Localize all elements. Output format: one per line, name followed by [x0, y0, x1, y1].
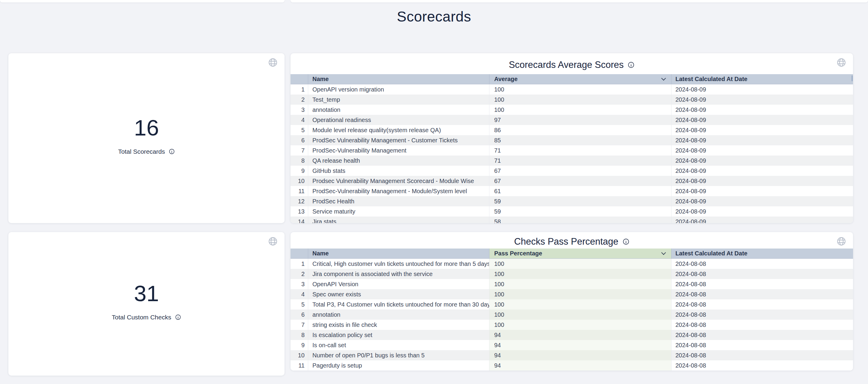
- stat-value: 16: [134, 117, 159, 139]
- row-index-cell: 8: [290, 155, 308, 166]
- table-cell: 2024-08-09: [671, 206, 853, 216]
- table-row[interactable]: 5Total P3, P4 Customer vuln tickets unto…: [290, 300, 853, 310]
- table-cell: 2024-08-09: [671, 105, 853, 115]
- info-icon[interactable]: [622, 238, 629, 245]
- table-row[interactable]: 3annotation1002024-08-09: [290, 105, 853, 115]
- table-cell: Is on-call set: [308, 340, 489, 350]
- clipped-widget-above-left: [0, 0, 284, 2]
- table-title: Scorecards Average Scores: [509, 60, 624, 70]
- row-index-cell: 10: [290, 176, 308, 186]
- row-index-cell: 2: [290, 269, 308, 279]
- page-title: Scorecards: [0, 8, 868, 25]
- table-cell: 94: [489, 360, 671, 371]
- table-cell: 67: [489, 176, 671, 186]
- table-cell: Jira component is associated with the se…: [308, 269, 489, 279]
- table-row[interactable]: 10Prodsec Vulnerability Management Score…: [290, 176, 853, 186]
- table-cell: 100: [489, 310, 671, 320]
- column-header-name[interactable]: Name: [308, 74, 489, 84]
- table-cell: 2024-08-08: [671, 279, 853, 289]
- column-header-average[interactable]: Average: [489, 74, 671, 84]
- row-index-cell: 2: [290, 95, 308, 105]
- table-cell: Operational readiness: [308, 115, 489, 125]
- table-row[interactable]: 13Service maturity592024-08-09: [290, 206, 853, 216]
- table-row[interactable]: 7ProdSec-Vulnerability Management712024-…: [290, 145, 853, 155]
- row-index-cell: 14: [290, 216, 308, 223]
- table-cell: ProdSec Health: [308, 196, 489, 206]
- scorecards-average-scores-widget: Scorecards Average Scores NameAverageLat…: [290, 53, 853, 223]
- table-cell: 61: [489, 186, 671, 196]
- table-row[interactable]: 8QA release health712024-08-09: [290, 155, 853, 166]
- clipped-widget-above-right: [290, 0, 868, 2]
- table-cell: 2024-08-08: [671, 310, 853, 320]
- row-index-cell: 1: [290, 84, 308, 95]
- table-cell: 2024-08-08: [671, 269, 853, 279]
- table-cell: 2024-08-09: [671, 135, 853, 145]
- table-row[interactable]: 1Critical, High customer vuln tickets un…: [290, 259, 853, 269]
- table-row[interactable]: 14Jira stats582024-08-09: [290, 216, 853, 223]
- column-header-name[interactable]: Name: [308, 248, 489, 258]
- table-cell: string exists in file check: [308, 320, 489, 330]
- table-cell: Spec owner exists: [308, 289, 489, 300]
- info-icon[interactable]: [168, 148, 175, 154]
- table-row[interactable]: 11ProdSec-Vulnerability Management - Mod…: [290, 186, 853, 196]
- table-cell: ProdSec Vulnerability Management - Custo…: [308, 135, 489, 145]
- column-header-latest-calculated-at-date[interactable]: Latest Calculated At Date: [671, 248, 853, 258]
- table-row[interactable]: 9Is on-call set942024-08-08: [290, 340, 853, 350]
- table-row[interactable]: 4Spec owner exists1002024-08-08: [290, 289, 853, 300]
- table-row[interactable]: 6annotation1002024-08-08: [290, 310, 853, 320]
- table-cell: 59: [489, 196, 671, 206]
- column-header-latest-calculated-at-date[interactable]: Latest Calculated At Date: [671, 74, 853, 84]
- table-row[interactable]: 1OpenAPI version migration1002024-08-09: [290, 84, 853, 95]
- table-row[interactable]: 9GitHub stats672024-08-09: [290, 166, 853, 176]
- table-cell: 71: [489, 145, 671, 155]
- table-row[interactable]: 12ProdSec Health592024-08-09: [290, 196, 853, 206]
- column-header-label: Average: [494, 76, 518, 82]
- table-row[interactable]: 11Pagerduty is setup942024-08-08: [290, 360, 853, 371]
- table-row[interactable]: 5Module level release quality(system rel…: [290, 125, 853, 135]
- table-row[interactable]: 2Jira component is associated with the s…: [290, 269, 853, 279]
- row-index-cell: 5: [290, 300, 308, 310]
- info-icon[interactable]: [627, 61, 635, 68]
- table-cell: Total P3, P4 Customer vuln tickets untou…: [308, 300, 489, 310]
- column-header-pass-percentage[interactable]: Pass Percentage: [489, 248, 671, 258]
- table-row[interactable]: 8Is escalation policy set942024-08-08: [290, 330, 853, 340]
- checks-pass-percentage-widget: Checks Pass Percentage NamePass Percenta…: [290, 232, 853, 371]
- table-cell: GitHub stats: [308, 166, 489, 176]
- column-header-label: Pass Percentage: [494, 250, 542, 257]
- column-header-label: Name: [312, 76, 329, 82]
- table-cell: 2024-08-08: [671, 330, 853, 340]
- table-cell: Number of open P0/P1 bugs is less than 5: [308, 350, 489, 360]
- table-cell: 2024-08-09: [671, 95, 853, 105]
- table-cell: 2024-08-08: [671, 320, 853, 330]
- row-index-cell: 3: [290, 279, 308, 289]
- table-cell: OpenAPI Version: [308, 279, 489, 289]
- table-row[interactable]: 10Number of open P0/P1 bugs is less than…: [290, 350, 853, 360]
- table-cell: 94: [489, 350, 671, 360]
- chevron-down-icon[interactable]: [661, 250, 666, 255]
- table-row[interactable]: 7string exists in file check1002024-08-0…: [290, 320, 853, 330]
- table-cell: Prodsec Vulnerability Management Scoreca…: [308, 176, 489, 186]
- info-icon[interactable]: [175, 314, 181, 320]
- table-row[interactable]: 6ProdSec Vulnerability Management - Cust…: [290, 135, 853, 145]
- table-cell: QA release health: [308, 155, 489, 166]
- table-row[interactable]: 4Operational readiness972024-08-09: [290, 115, 853, 125]
- table-cell: 2024-08-08: [671, 300, 853, 310]
- chevron-down-icon[interactable]: [661, 76, 666, 81]
- row-index-cell: 4: [290, 289, 308, 300]
- stat-value: 31: [134, 282, 159, 305]
- checks-pass-percentage-table: NamePass PercentageLatest Calculated At …: [290, 248, 853, 371]
- row-index-cell: 13: [290, 206, 308, 216]
- row-index-cell: 9: [290, 340, 308, 350]
- table-cell: 86: [489, 125, 671, 135]
- table-row[interactable]: 3OpenAPI Version1002024-08-08: [290, 279, 853, 289]
- table-scrollbar[interactable]: [851, 75, 853, 81]
- table-row[interactable]: 2Test_temp1002024-08-09: [290, 95, 853, 105]
- table-cell: 94: [489, 330, 671, 340]
- table-cell: 2024-08-09: [671, 176, 853, 186]
- table-cell: 2024-08-08: [671, 259, 853, 269]
- table-cell: 100: [489, 269, 671, 279]
- table-cell: 67: [489, 166, 671, 176]
- table-cell: 2024-08-09: [671, 145, 853, 155]
- table-cell: 2024-08-09: [671, 125, 853, 135]
- column-header-index: [290, 74, 308, 84]
